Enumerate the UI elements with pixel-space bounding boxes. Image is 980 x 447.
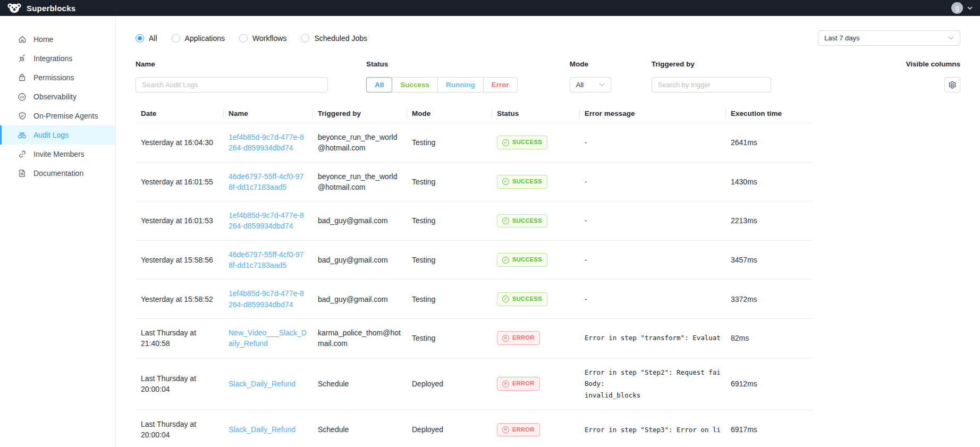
cell-name: 1ef4b85d-9c7d-477e-8264-d859934dbd74 <box>223 123 312 163</box>
search-by-trigger-input[interactable] <box>652 77 771 92</box>
cell-status: ✓ SUCCESS <box>492 162 579 201</box>
table-row[interactable]: Yesterday at 15:58:52 1ef4b85d-9c7d-477e… <box>136 280 814 319</box>
cell-name: Slack_Daily_Refund <box>223 410 312 447</box>
table-row[interactable]: Last Thursday at 20:00:04 Slack_Daily_Re… <box>136 358 814 410</box>
status-option-error[interactable]: Error <box>483 78 517 92</box>
top-bar: Superblocks g <box>0 0 980 16</box>
sidebar-item-label: Integrations <box>33 54 72 63</box>
table-row[interactable]: Yesterday at 15:58:56 46de6797-55ff-4cf0… <box>136 240 814 280</box>
status-option-all[interactable]: All <box>367 78 392 92</box>
cell-status: ✓ SUCCESS <box>492 280 579 319</box>
cell-name: 46de6797-55ff-4cf0-978f-dd1c7183aad5 <box>223 162 312 201</box>
cell-execution-time: 1430ms <box>725 162 814 201</box>
cell-mode: Deployed <box>407 410 492 447</box>
status-badge-icon: ✓ <box>502 296 509 302</box>
cell-status: ✓ SUCCESS <box>492 201 579 241</box>
status-badge: ✓ SUCCESS <box>497 214 547 228</box>
cell-error-message: - <box>579 123 725 163</box>
sidebar-item-documentation[interactable]: Documentation <box>0 164 115 183</box>
execution-name-link[interactable]: New_Video___Slack_Daily_Refund <box>229 328 307 348</box>
chevron-down-icon <box>948 36 954 40</box>
table-row[interactable]: Last Thursday at 20:00:04 Slack_Daily_Re… <box>136 410 814 447</box>
search-audit-logs-input[interactable] <box>136 77 328 92</box>
cell-triggered-by: bad_guy@gmail.com <box>312 280 407 319</box>
cell-error-message: - <box>579 162 725 201</box>
visible-columns-label: Visible columns <box>906 60 960 68</box>
cell-execution-time: 6912ms <box>725 358 814 410</box>
link-icon <box>18 150 27 159</box>
table-header-row: DateNameTriggered byModeStatusError mess… <box>136 106 814 123</box>
cell-status: ✕ ERROR <box>492 318 579 358</box>
sidebar-item-label: Audit Logs <box>33 131 69 139</box>
shield-check-icon <box>18 112 27 121</box>
execution-name-link[interactable]: 1ef4b85d-9c7d-477e-8264-d859934dbd74 <box>229 133 304 152</box>
cell-name: Slack_Daily_Refund <box>223 358 312 410</box>
account-menu-chevron-down-icon[interactable] <box>967 6 973 10</box>
column-header-status: Status <box>492 106 579 123</box>
radio-all[interactable]: All <box>136 34 157 43</box>
execution-name-link[interactable]: Slack_Daily_Refund <box>229 379 295 388</box>
radio-scheduled-jobs[interactable]: Scheduled Jobs <box>301 34 367 43</box>
execution-name-link[interactable]: 46de6797-55ff-4cf0-978f-dd1c7183aad5 <box>229 172 303 191</box>
status-badge: ✓ SUCCESS <box>497 175 547 189</box>
cell-error-message: Error in step "Step3": Error on line <box>579 410 725 447</box>
table-row[interactable]: Yesterday at 16:01:55 46de6797-55ff-4cf0… <box>136 162 814 201</box>
user-avatar[interactable]: g <box>951 2 963 14</box>
execution-name-link[interactable]: 1ef4b85d-9c7d-477e-8264-d859934dbd74 <box>229 289 304 308</box>
cell-triggered-by: beyonce_run_the_world@hotmail.com <box>312 123 407 163</box>
document-icon <box>18 169 27 178</box>
cell-execution-time: 82ms <box>725 318 814 358</box>
app-title: Superblocks <box>27 4 75 13</box>
cell-status: ✕ ERROR <box>492 410 579 447</box>
gear-icon <box>948 81 957 89</box>
cell-execution-time: 2213ms <box>725 201 814 241</box>
cell-triggered-by: bad_guy@gmail.com <box>312 240 407 280</box>
table-row[interactable]: Last Thursday at 21:40:58 New_Video___Sl… <box>136 318 814 358</box>
sidebar-item-label: On-Premise Agents <box>33 112 98 120</box>
triggered-by-filter-label: Triggered by <box>652 60 771 68</box>
sidebar-item-audit-logs[interactable]: Audit Logs <box>0 125 115 145</box>
column-header-execution-time: Execution time <box>725 106 814 123</box>
visible-columns-button[interactable] <box>944 77 960 92</box>
radio-workflows[interactable]: Workflows <box>239 34 286 43</box>
name-filter-label: Name <box>136 60 328 68</box>
sidebar-item-on-premise-agents[interactable]: On-Premise Agents <box>0 106 115 125</box>
cell-status: ✕ ERROR <box>492 358 579 410</box>
sidebar-item-invite-members[interactable]: Invite Members <box>0 145 115 164</box>
status-badge: ✕ ERROR <box>497 377 540 391</box>
sidebar-item-observability[interactable]: Observability <box>0 87 115 106</box>
cell-date: Yesterday at 16:01:55 <box>136 162 223 201</box>
sidebar-item-home[interactable]: Home <box>0 30 115 49</box>
cell-error-message: - <box>579 280 725 319</box>
status-option-running[interactable]: Running <box>437 78 483 92</box>
sidebar-item-label: Home <box>33 35 53 44</box>
cell-triggered-by: beyonce_run_the_world@hotmail.com <box>312 162 407 201</box>
mode-select[interactable]: All <box>570 77 611 92</box>
cell-name: New_Video___Slack_Daily_Refund <box>223 318 312 358</box>
sidebar-item-integrations[interactable]: Integrations <box>0 49 115 68</box>
radio-circle-icon <box>301 34 309 43</box>
mode-filter-label: Mode <box>570 60 611 68</box>
execution-name-link[interactable]: 46de6797-55ff-4cf0-978f-dd1c7183aad5 <box>229 250 303 269</box>
status-segmented-control: All Success Running Error <box>366 77 518 92</box>
status-badge: ✕ ERROR <box>497 423 540 437</box>
cell-mode: Testing <box>407 318 492 358</box>
status-option-success[interactable]: Success <box>392 78 437 92</box>
cell-name: 46de6797-55ff-4cf0-978f-dd1c7183aad5 <box>223 240 312 280</box>
date-range-select[interactable]: Last 7 days <box>818 30 960 46</box>
binoculars-icon <box>18 131 27 140</box>
column-header-triggered-by: Triggered by <box>312 106 407 123</box>
mode-select-value: All <box>576 81 584 89</box>
table-row[interactable]: Yesterday at 16:01:53 1ef4b85d-9c7d-477e… <box>136 201 814 241</box>
sidebar-item-permissions[interactable]: Permissions <box>0 68 115 87</box>
execution-name-link[interactable]: 1ef4b85d-9c7d-477e-8264-d859934dbd74 <box>229 211 304 230</box>
status-badge-icon: ✕ <box>502 335 509 342</box>
status-badge-icon: ✕ <box>502 381 509 387</box>
cell-date: Yesterday at 16:01:53 <box>136 201 223 241</box>
table-row[interactable]: Yesterday at 16:04:30 1ef4b85d-9c7d-477e… <box>136 123 814 163</box>
home-icon <box>18 35 27 44</box>
cell-mode: Testing <box>407 240 492 280</box>
radio-applications[interactable]: Applications <box>172 34 225 43</box>
execution-name-link[interactable]: Slack_Daily_Refund <box>229 425 295 434</box>
cell-execution-time: 3457ms <box>725 240 814 280</box>
